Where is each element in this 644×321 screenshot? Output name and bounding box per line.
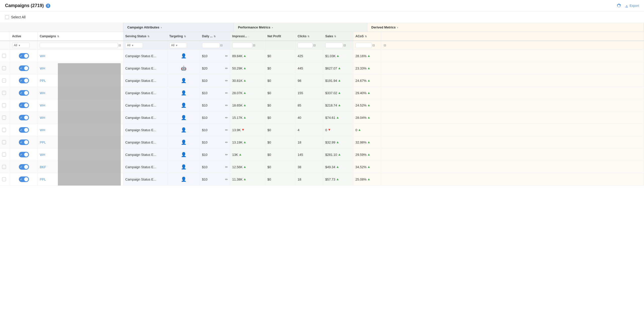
col-header-active[interactable]: Active — [10, 32, 38, 41]
edit-daily-icon[interactable]: ✏ — [225, 54, 228, 58]
impressions-sort-icon[interactable]: ↓ — [248, 35, 249, 38]
sales-filter-icon[interactable]: ⊟ — [343, 44, 346, 47]
active-toggle[interactable]: ✓ — [19, 115, 29, 120]
row-daily-budget: $10 ✏ — [200, 75, 230, 87]
edit-daily-icon[interactable]: ✏ — [225, 140, 228, 144]
active-toggle[interactable]: ✓ — [19, 152, 29, 157]
active-toggle[interactable]: ✓ — [19, 53, 29, 59]
row-net-profit: $0 — [265, 62, 296, 74]
section-performance-metrics[interactable]: Performance Metrics › — [234, 23, 367, 32]
campaigns-filter-icon[interactable]: ⊟ — [118, 44, 121, 47]
row-checkbox-cell — [0, 161, 10, 173]
active-toggle[interactable]: ✓ — [19, 90, 29, 96]
info-icon[interactable]: ℹ — [46, 4, 50, 8]
row-campaign-name[interactable]: WH — [38, 50, 123, 62]
row-checkbox[interactable] — [2, 140, 6, 144]
sales-trend-icon — [338, 66, 341, 70]
row-checkbox[interactable] — [2, 177, 6, 181]
daily-sort-icon[interactable]: ⇅ — [214, 35, 216, 38]
col-header-impressions[interactable]: Impressi... ↓ — [230, 32, 265, 41]
row-targeting: 👤 — [167, 136, 200, 148]
clicks-sort-icon[interactable]: ⇅ — [307, 35, 309, 38]
row-checkbox[interactable] — [2, 79, 6, 83]
person-icon: 👤 — [181, 164, 186, 170]
col-header-sales[interactable]: Sales ⇅ — [323, 32, 353, 41]
row-net-profit: $0 — [265, 136, 296, 148]
row-checkbox[interactable] — [2, 54, 6, 58]
col-header-daily[interactable]: Daily ... ⇅ — [200, 32, 230, 41]
targeting-filter-select[interactable]: All ▼ — [169, 43, 187, 48]
row-checkbox[interactable] — [2, 153, 6, 157]
active-toggle[interactable]: ✓ — [19, 127, 29, 133]
refresh-button[interactable] — [617, 4, 621, 8]
select-all-label: Select All — [11, 15, 26, 19]
active-toggle[interactable]: ✓ — [19, 65, 29, 71]
col-header-net-profit[interactable]: Net Profit — [265, 32, 296, 41]
sales-sort-icon[interactable]: ⇅ — [334, 35, 336, 38]
targeting-sort-icon[interactable]: ⇅ — [184, 35, 186, 38]
row-acos: 23.33% — [353, 62, 381, 74]
daily-filter-icon[interactable]: ⊟ — [220, 44, 223, 47]
section-derived-metrics[interactable]: Derived Metrics › — [367, 23, 644, 32]
active-filter-select[interactable]: All ▼ — [12, 43, 30, 48]
extra-filter-icon[interactable]: ⊟ — [384, 44, 386, 47]
row-checkbox[interactable] — [2, 116, 6, 120]
row-targeting: 🤖 — [167, 62, 200, 74]
impressions-filter-icon[interactable]: ⊟ — [253, 44, 255, 47]
edit-daily-icon[interactable]: ✏ — [225, 165, 228, 169]
active-toggle[interactable]: ✓ — [19, 164, 29, 170]
col-header-serving-status[interactable]: Serving Status ⇅ — [123, 32, 167, 41]
svg-marker-12 — [244, 104, 246, 106]
edit-daily-icon[interactable]: ✏ — [225, 79, 228, 83]
svg-marker-8 — [368, 80, 370, 82]
edit-daily-icon[interactable]: ✏ — [225, 103, 228, 107]
campaigns-sort-icon[interactable]: ⇅ — [57, 35, 59, 38]
edit-daily-icon[interactable]: ✏ — [225, 91, 228, 95]
acos-filter-icon[interactable]: ⊟ — [372, 44, 375, 47]
col-header-targeting[interactable]: Targeting ⇅ — [167, 32, 200, 41]
sales-filter-input[interactable] — [325, 43, 343, 48]
row-checkbox[interactable] — [2, 103, 6, 107]
column-headers-row: Active Campaigns ⇅ Serving Status ⇅ Targ… — [0, 32, 644, 41]
clicks-filter-input[interactable] — [298, 43, 313, 48]
edit-daily-icon[interactable]: ✏ — [225, 128, 228, 132]
filter-row: All ▼ ⊟ All ▼ All ▼ — [0, 41, 644, 50]
row-checkbox[interactable] — [2, 91, 6, 95]
active-toggle[interactable]: ✓ — [19, 176, 29, 182]
row-serving-status: Campaign Status E... — [123, 112, 167, 124]
export-button[interactable]: Export — [625, 4, 639, 8]
edit-daily-icon[interactable]: ✏ — [225, 177, 228, 181]
edit-daily-icon[interactable]: ✏ — [225, 116, 228, 120]
table-wrapper: Campaign Attributes › Performance Metric… — [0, 23, 644, 186]
section-campaign-attributes[interactable]: Campaign Attributes › — [123, 23, 234, 32]
campaigns-filter-input[interactable] — [40, 43, 118, 48]
sales-value: $337.02 — [325, 91, 337, 95]
active-toggle[interactable]: ✓ — [19, 78, 29, 83]
clicks-filter-icon[interactable]: ⊟ — [313, 44, 316, 47]
active-toggle[interactable]: ✓ — [19, 139, 29, 145]
serving-filter-select[interactable]: All ▼ — [125, 43, 143, 48]
edit-daily-icon[interactable]: ✏ — [225, 153, 228, 157]
col-header-clicks[interactable]: Clicks ⇅ — [296, 32, 323, 41]
row-active-cell: ✓ — [10, 75, 38, 87]
svg-marker-5 — [368, 67, 370, 69]
svg-marker-16 — [337, 117, 339, 119]
edit-daily-icon[interactable]: ✏ — [225, 66, 228, 70]
serving-sort-icon[interactable]: ⇅ — [147, 35, 149, 38]
col-header-campaigns[interactable]: Campaigns ⇅ — [38, 32, 123, 41]
row-checkbox[interactable] — [2, 165, 6, 169]
daily-budget-value: $10 — [202, 140, 208, 144]
impressions-value: 12.56K — [232, 165, 243, 169]
active-toggle[interactable]: ✓ — [19, 102, 29, 108]
impressions-trend-icon — [244, 91, 246, 95]
toggle-check-icon: ✓ — [20, 153, 22, 156]
row-checkbox[interactable] — [2, 66, 6, 70]
row-checkbox[interactable] — [2, 128, 6, 132]
row-targeting: 👤 — [167, 99, 200, 111]
acos-sort-icon[interactable]: ⇅ — [365, 35, 367, 38]
acos-filter-input[interactable] — [355, 43, 372, 48]
select-all-checkbox[interactable] — [5, 15, 9, 19]
impressions-filter-input[interactable] — [232, 43, 252, 48]
daily-filter-input[interactable] — [202, 43, 220, 48]
col-header-acos[interactable]: ACoS ⇅ — [353, 32, 381, 41]
